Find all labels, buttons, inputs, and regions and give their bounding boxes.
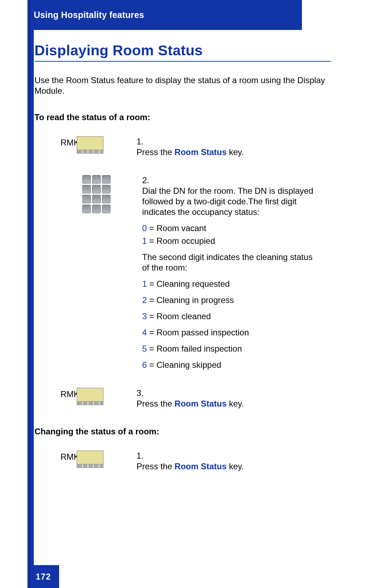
rmk-label: RMK — [34, 451, 77, 462]
read-step-1: RMK 1. Press the Room Status key. — [34, 136, 331, 157]
read-step-3: RMK 3. Press the Room Status key. — [34, 388, 331, 409]
subheading-change: Changing the status of a room: — [34, 427, 331, 437]
change-step-1: RMK 1. Press the Room Status key. — [34, 451, 331, 472]
page-title: Displaying Room Status — [34, 42, 331, 62]
rmk-label: RMK — [34, 388, 77, 399]
header-section-title: Using Hospitality features — [34, 10, 144, 20]
side-strip — [27, 30, 34, 588]
step-number: 1. — [137, 136, 148, 147]
page-number-box: 172 — [27, 565, 59, 588]
room-status-keyword: Room Status — [175, 399, 227, 408]
step-text: Press the Room Status key. — [137, 147, 318, 157]
keypad-icon — [77, 175, 142, 213]
read-step-2: 2. Dial the DN for the room. The DN is d… — [34, 175, 331, 370]
header-bar: Using Hospitality features — [27, 0, 302, 30]
page-content: Displaying Room Status Use the Room Stat… — [34, 39, 331, 489]
step-number: 1. — [137, 451, 148, 461]
step-text: Dial the DN for the room. The DN is disp… — [142, 186, 318, 370]
step-number: 3. — [137, 388, 148, 398]
subheading-read: To read the status of a room: — [34, 112, 331, 122]
step-number: 2. — [142, 175, 153, 186]
display-module-icon — [77, 451, 137, 465]
rmk-label: RMK — [34, 136, 77, 148]
page-number: 172 — [36, 572, 51, 582]
display-module-icon — [77, 388, 137, 402]
room-status-keyword: Room Status — [175, 462, 227, 471]
step-text: Press the Room Status key. — [137, 461, 318, 472]
intro-paragraph: Use the Room Status feature to display t… — [34, 75, 331, 96]
display-module-icon — [77, 136, 137, 150]
step-text: Press the Room Status key. — [137, 398, 318, 409]
room-status-keyword: Room Status — [175, 147, 227, 157]
